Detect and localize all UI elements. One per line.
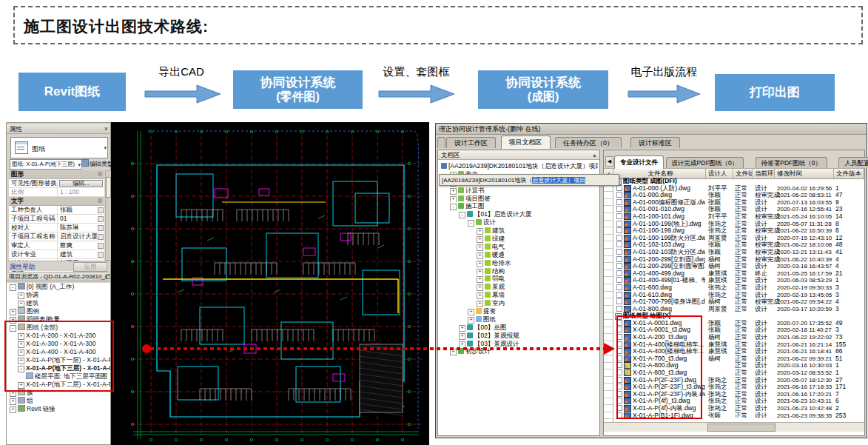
doc-tree-item[interactable]: -施工图 bbox=[440, 202, 598, 210]
doc-tree-item[interactable]: +给排水 bbox=[440, 259, 598, 267]
tree-item[interactable]: +协调 bbox=[7, 291, 110, 299]
row-checkbox[interactable] bbox=[616, 306, 622, 312]
edit-type-button[interactable]: 编辑类型 bbox=[81, 159, 109, 169]
doc-tree-item[interactable]: -【01】启造设计大厦 bbox=[440, 210, 598, 218]
close-icon[interactable]: × bbox=[104, 124, 108, 134]
collapse-icon[interactable]: ▲ bbox=[592, 150, 597, 160]
tab-3[interactable]: 设计标准区 bbox=[630, 137, 680, 149]
instance-selector[interactable]: 图纸: X-01-A-P(地下三层) ▾ bbox=[10, 159, 82, 170]
tab-1[interactable]: 项目文档区 bbox=[501, 135, 551, 149]
row-checkbox[interactable] bbox=[616, 235, 622, 241]
doc-tree-item[interactable]: [AA2019A239]DK20180101地块（启造设计大厦）项目 bbox=[440, 162, 598, 170]
doc-tree-item[interactable]: +【00】总图 bbox=[440, 324, 598, 332]
properties-help-link[interactable]: 属性帮助 bbox=[10, 263, 35, 272]
project-browser-titlebar[interactable]: 项目浏览器 - QD-01-A-R02-200810_已分... × bbox=[7, 272, 110, 281]
row-checkbox[interactable] bbox=[616, 206, 622, 212]
row-checkbox[interactable] bbox=[616, 284, 622, 290]
doc-tree-item[interactable]: +室内 bbox=[440, 299, 598, 307]
associate-param-button[interactable] bbox=[98, 216, 104, 222]
row-checkbox[interactable] bbox=[616, 256, 622, 262]
collapse-icon[interactable]: - bbox=[459, 212, 465, 218]
mgmt-window-titlebar[interactable]: 理正协同设计管理系统-(鹏坤 在线) bbox=[436, 124, 867, 135]
doc-tree-item[interactable]: +计算书 bbox=[440, 187, 598, 195]
expand-icon[interactable]: + bbox=[468, 317, 474, 324]
pane-tab-0[interactable]: 专业设计文件 bbox=[614, 155, 664, 169]
tab-stub[interactable] bbox=[437, 137, 445, 149]
doc-tree-item[interactable]: +提资 bbox=[440, 307, 598, 315]
row-checkbox[interactable] bbox=[616, 221, 622, 227]
doc-tree-item[interactable]: +【02】景观报规 bbox=[440, 332, 598, 340]
tree-item[interactable]: +组 bbox=[7, 397, 110, 405]
row-checkbox[interactable] bbox=[616, 270, 622, 276]
expand-icon[interactable]: + bbox=[459, 325, 465, 332]
chevron-down-icon[interactable]: ▾ bbox=[78, 161, 81, 170]
expand-icon[interactable]: + bbox=[450, 196, 457, 203]
doc-tree-item[interactable]: +【03】景观设计 bbox=[440, 340, 598, 348]
row-checkbox[interactable] bbox=[616, 249, 622, 255]
tree-item[interactable]: +Revit 链接 bbox=[7, 405, 110, 413]
row-checkbox[interactable] bbox=[616, 292, 622, 298]
expand-icon[interactable]: + bbox=[10, 309, 16, 315]
expand-icon[interactable]: + bbox=[477, 301, 483, 307]
expand-icon[interactable]: + bbox=[477, 269, 483, 275]
row-checkbox[interactable] bbox=[616, 277, 622, 283]
expand-icon[interactable]: + bbox=[477, 284, 483, 291]
doc-tree-item[interactable]: +初步设计 bbox=[440, 347, 598, 355]
scrollbar-thumb[interactable] bbox=[707, 424, 776, 432]
cad-floorplan-canvas[interactable] bbox=[111, 122, 429, 445]
row-checkbox[interactable] bbox=[616, 263, 622, 269]
expand-icon[interactable]: + bbox=[477, 292, 483, 299]
row-checkbox[interactable] bbox=[616, 241, 622, 247]
type-selector[interactable]: 图纸 ▾ bbox=[10, 137, 108, 158]
doc-tree-item[interactable]: +绿建 bbox=[440, 235, 598, 243]
row-checkbox[interactable] bbox=[616, 199, 622, 205]
expand-icon[interactable]: + bbox=[10, 398, 16, 405]
doc-tree-item[interactable]: +景观 bbox=[440, 283, 598, 291]
horizontal-scrollbar[interactable] bbox=[604, 422, 864, 432]
associate-param-button[interactable] bbox=[98, 243, 104, 249]
associate-param-button[interactable] bbox=[98, 225, 104, 231]
pin-icon[interactable] bbox=[98, 198, 102, 203]
collapse-icon[interactable]: - bbox=[10, 284, 16, 291]
tab-scroll-left-icon[interactable]: ◀ bbox=[605, 156, 613, 167]
doc-tree-item[interactable]: +项目图签 bbox=[440, 195, 598, 203]
property-value[interactable]: 1 : 100 bbox=[58, 188, 104, 196]
expand-icon[interactable]: + bbox=[477, 252, 483, 259]
tree-item[interactable]: -[0] 视图 (A_工作) bbox=[7, 283, 110, 291]
row-checkbox[interactable] bbox=[616, 213, 622, 219]
apply-button[interactable]: 应用 bbox=[73, 262, 107, 272]
associate-param-button[interactable] bbox=[98, 252, 104, 258]
expand-icon[interactable]: + bbox=[18, 301, 24, 307]
expand-icon[interactable]: + bbox=[450, 349, 457, 355]
collapse-icon[interactable]: - bbox=[450, 204, 457, 210]
collapse-icon[interactable]: - bbox=[468, 220, 474, 227]
expand-icon[interactable]: + bbox=[477, 236, 483, 243]
tab-2[interactable]: 任务待办区（0） bbox=[555, 137, 622, 149]
pane-tab-2[interactable]: 待签署PDF图纸（0） bbox=[756, 157, 827, 168]
pane-tab-3[interactable]: 人员配置 bbox=[838, 157, 868, 168]
close-icon[interactable]: × bbox=[104, 272, 108, 281]
doc-tree-item[interactable]: +弱电 bbox=[440, 275, 598, 283]
doc-tree-item[interactable]: -设计 bbox=[440, 218, 598, 227]
row-checkbox[interactable] bbox=[616, 298, 622, 304]
doc-tree-item[interactable]: +电气 bbox=[440, 243, 598, 251]
doc-tree-item[interactable]: +图纸 bbox=[440, 315, 598, 324]
tab-0[interactable]: 设计工作区 bbox=[446, 137, 496, 149]
expand-icon[interactable]: + bbox=[459, 341, 465, 348]
expand-icon[interactable]: + bbox=[477, 276, 483, 283]
doc-tree-item[interactable]: +幕墙 bbox=[440, 291, 598, 299]
scrollbar-thumb[interactable] bbox=[106, 177, 111, 198]
doc-tree-item[interactable]: +建筑 bbox=[440, 227, 598, 235]
expand-icon[interactable]: + bbox=[10, 406, 16, 413]
row-checkbox[interactable] bbox=[616, 227, 622, 233]
expand-icon[interactable]: + bbox=[477, 228, 483, 235]
doc-tree-item[interactable]: +结构 bbox=[440, 267, 598, 275]
row-checkbox[interactable] bbox=[616, 192, 622, 198]
expand-icon[interactable]: + bbox=[450, 188, 457, 195]
doc-tree-item[interactable]: +暖通 bbox=[440, 251, 598, 259]
expand-icon[interactable]: + bbox=[477, 244, 483, 251]
expand-icon[interactable]: + bbox=[459, 333, 465, 340]
associate-param-button[interactable] bbox=[98, 207, 104, 213]
pin-icon[interactable] bbox=[98, 172, 102, 176]
expand-icon[interactable]: + bbox=[18, 292, 24, 299]
